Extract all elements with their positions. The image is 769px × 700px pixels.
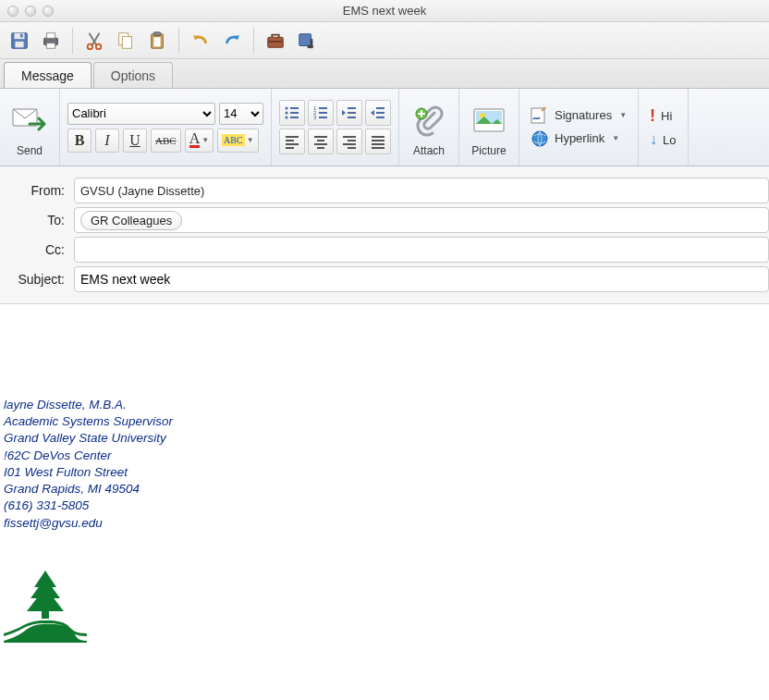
message-body[interactable]: layne Dissette, M.B.A. Academic Systems … <box>0 304 769 652</box>
exclamation-icon: ! <box>650 106 655 126</box>
chevron-down-icon: ▼ <box>247 136 254 144</box>
ribbon-group-paragraph: 123 <box>272 89 399 166</box>
paperclip-icon <box>412 104 446 137</box>
svg-rect-1 <box>15 32 25 38</box>
cc-input[interactable] <box>80 242 763 257</box>
svg-point-20 <box>286 107 288 110</box>
numbered-list-icon: 123 <box>312 104 329 121</box>
redo-button[interactable] <box>218 27 246 55</box>
signature-icon <box>531 107 549 124</box>
chevron-down-icon: ▼ <box>201 136 209 144</box>
signatures-button[interactable]: Signatures ▼ <box>525 105 632 126</box>
message-header-fields: From: GVSU (Jayne Dissette) To: GR Colle… <box>0 166 769 304</box>
ribbon-group-send: Send <box>0 89 60 166</box>
subject-input[interactable] <box>80 272 763 287</box>
decrease-indent-button[interactable] <box>336 100 362 126</box>
numbered-list-button[interactable]: 123 <box>308 100 334 126</box>
signature-line: !62C DeVos Center <box>4 448 762 464</box>
font-size-select[interactable]: 14 <box>219 103 263 125</box>
send-icon <box>11 105 48 135</box>
signature-line: fissettj@gvsu.edu <box>4 515 762 532</box>
svg-marker-62 <box>27 587 64 611</box>
attach-button[interactable] <box>409 100 449 141</box>
copy-button[interactable] <box>112 27 140 55</box>
align-justify-button[interactable] <box>365 129 391 154</box>
hyperlink-button[interactable]: Hyperlink ▼ <box>525 128 632 150</box>
svg-rect-5 <box>46 32 55 38</box>
signature-line: I01 West Fulton Street <box>4 464 762 481</box>
underline-button[interactable]: U <box>123 129 147 153</box>
media-browser-button[interactable] <box>293 27 321 55</box>
svg-rect-16 <box>299 33 311 45</box>
save-button[interactable] <box>6 27 33 55</box>
align-center-button[interactable] <box>308 129 334 154</box>
ribbon-group-priority: ! Hi ↓ Lo <box>639 89 688 166</box>
svg-rect-63 <box>42 609 49 619</box>
tab-message[interactable]: Message <box>4 62 92 88</box>
svg-point-7 <box>88 43 93 48</box>
signature-line: Academic Systems Supervisor <box>4 413 762 430</box>
picture-button[interactable] <box>469 100 509 141</box>
media-icon <box>297 31 317 51</box>
svg-rect-13 <box>153 31 160 35</box>
svg-rect-10 <box>122 36 131 48</box>
highlight-button[interactable]: ABC ▼ <box>217 129 258 153</box>
svg-rect-14 <box>268 37 284 47</box>
high-priority-button[interactable]: ! Hi <box>644 104 681 128</box>
from-field[interactable]: GVSU (Jayne Dissette) <box>74 178 769 203</box>
window-title: EMS next week <box>0 4 769 18</box>
subject-field[interactable] <box>74 266 769 292</box>
bold-button[interactable]: B <box>67 129 92 153</box>
svg-text:3: 3 <box>313 115 317 120</box>
bullet-list-button[interactable] <box>279 100 305 126</box>
undo-button[interactable] <box>187 27 214 55</box>
svg-point-18 <box>307 44 311 48</box>
print-button[interactable] <box>37 27 65 55</box>
paste-icon <box>147 31 167 51</box>
paste-button[interactable] <box>143 27 171 55</box>
redo-icon <box>221 31 243 51</box>
window-titlebar: EMS next week <box>0 0 769 22</box>
from-label: From: <box>9 183 74 198</box>
toolbox-icon <box>265 31 286 51</box>
align-left-button[interactable] <box>279 129 305 154</box>
signature-line: (616) 331-5805 <box>4 497 762 514</box>
tree-path-logo-icon <box>4 569 87 643</box>
ribbon-group-insert: Signatures ▼ Hyperlink ▼ <box>519 89 639 166</box>
highlight-glyph: ABC <box>222 134 245 146</box>
align-right-button[interactable] <box>336 129 362 154</box>
toolbox-button[interactable] <box>262 27 289 55</box>
tab-options[interactable]: Options <box>93 62 173 88</box>
increase-indent-button[interactable] <box>365 100 391 126</box>
window-controls <box>0 6 54 17</box>
separator <box>253 28 254 54</box>
minimize-window-button[interactable] <box>25 6 36 17</box>
picture-label: Picture <box>471 144 506 157</box>
save-icon <box>9 31 30 51</box>
italic-button[interactable]: I <box>95 129 119 153</box>
signature-logo <box>4 569 762 643</box>
zoom-window-button[interactable] <box>43 6 54 17</box>
ribbon-tabstrip: Message Options <box>0 59 769 89</box>
high-priority-label: Hi <box>661 109 672 123</box>
svg-rect-12 <box>153 37 160 46</box>
to-recipient-chip[interactable]: GR Colleagues <box>80 211 182 230</box>
close-window-button[interactable] <box>7 6 18 17</box>
font-color-button[interactable]: A ▼ <box>185 129 214 153</box>
to-field[interactable]: GR Colleagues <box>74 207 769 233</box>
low-priority-button[interactable]: ↓ Lo <box>644 129 681 150</box>
send-label: Send <box>17 144 43 157</box>
send-button[interactable] <box>9 100 50 141</box>
to-label: To: <box>9 213 74 227</box>
chevron-down-icon: ▼ <box>619 111 627 119</box>
ribbon-group-font: Calibri 14 B I U ABC A ▼ ABC ▼ <box>60 89 272 166</box>
quick-access-toolbar <box>0 22 769 59</box>
font-name-select[interactable]: Calibri <box>67 103 215 125</box>
strikethrough-button[interactable]: ABC <box>151 129 181 153</box>
cc-field[interactable] <box>74 237 769 263</box>
align-right-icon <box>341 133 358 150</box>
svg-rect-15 <box>268 41 284 43</box>
align-left-icon <box>284 133 300 150</box>
cut-button[interactable] <box>80 27 108 55</box>
ribbon-group-attach: Attach <box>399 89 459 166</box>
